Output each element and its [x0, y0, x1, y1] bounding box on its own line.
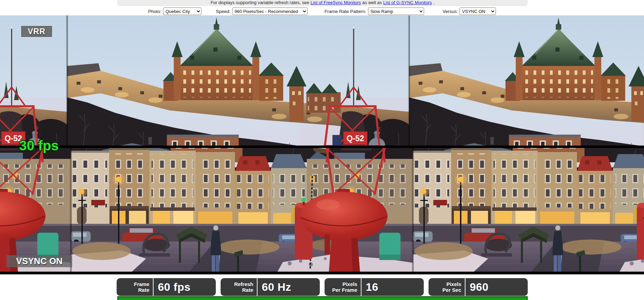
- photo-tile: [413, 148, 644, 272]
- frame-rate-stat: Frame Rate 60 fps: [117, 278, 216, 296]
- versus-label: Versus:: [443, 9, 458, 14]
- scrolling-photo-test-area: [0, 15, 644, 274]
- pixels-per-sec-stat: Pixels Per Sec 960: [429, 278, 528, 296]
- gsync-monitors-link[interactable]: List of G-SYNC Monitors: [383, 0, 432, 5]
- photo-tile: [409, 15, 644, 146]
- freesync-monitors-link[interactable]: List of FreeSync Monitors: [311, 0, 361, 5]
- pixels-per-sec-stat-value: 960: [465, 278, 528, 296]
- photo-bottom-edge: [0, 272, 644, 274]
- notice-bar: For displays supporting variable refresh…: [117, 0, 528, 6]
- vsync-strip-label: VSYNC ON: [6, 255, 72, 267]
- fps-indicator: 30 fps: [19, 138, 59, 153]
- controls-row: Photo: Quebec City Speed: 960 Pixels/Sec…: [0, 7, 644, 15]
- frame-rate-pattern-label: Frame Rate Pattern:: [325, 9, 366, 14]
- vrr-strip-label: VRR: [21, 26, 52, 37]
- frame-rate-stat-value: 60 fps: [154, 278, 216, 296]
- pixels-per-frame-stat-value: 16: [362, 278, 424, 296]
- strip-divider-line: [0, 146, 644, 148]
- notice-text-prefix: For displays supporting variable refresh…: [211, 0, 309, 5]
- stats-row: Frame Rate 60 fps Refresh Rate 60 Hz Pix…: [0, 278, 644, 296]
- versus-select[interactable]: VSYNC ON: [460, 8, 496, 15]
- vsync-strip: [0, 148, 644, 272]
- frame-rate-pattern-control: Frame Rate Pattern: Slow Ramp: [325, 8, 424, 15]
- notice-text-middle: as well as: [362, 0, 382, 5]
- speed-label: Speed:: [216, 9, 231, 14]
- frame-rate-pattern-select[interactable]: Slow Ramp: [368, 8, 424, 15]
- vrr-strip: [0, 15, 644, 146]
- frame-rate-stat-label: Frame Rate: [117, 278, 153, 296]
- versus-control: Versus: VSYNC ON: [443, 8, 496, 15]
- refresh-rate-stat: Refresh Rate 60 Hz: [221, 278, 320, 296]
- photo-control: Photo: Quebec City: [148, 8, 201, 15]
- photo-tile: [67, 15, 409, 146]
- photo-tile: [71, 148, 413, 272]
- refresh-rate-stat-value: 60 Hz: [258, 278, 320, 296]
- photo-label: Photo:: [148, 9, 161, 14]
- refresh-rate-stat-label: Refresh Rate: [221, 278, 257, 296]
- pixels-per-frame-stat-label: Pixels Per Frame: [325, 278, 361, 296]
- speed-select[interactable]: 960 Pixels/Sec - Recommended: [232, 8, 307, 15]
- notice-text-suffix: .: [433, 0, 435, 5]
- speed-control: Speed: 960 Pixels/Sec - Recommended: [216, 8, 307, 15]
- photo-select[interactable]: Quebec City: [163, 8, 201, 15]
- pixels-per-sec-stat-label: Pixels Per Sec: [429, 278, 465, 296]
- photo-tile: [0, 148, 71, 272]
- pixels-per-frame-stat: Pixels Per Frame 16: [325, 278, 424, 296]
- testufo-page: Q-52: [0, 0, 644, 300]
- green-section-top-border: [117, 296, 528, 300]
